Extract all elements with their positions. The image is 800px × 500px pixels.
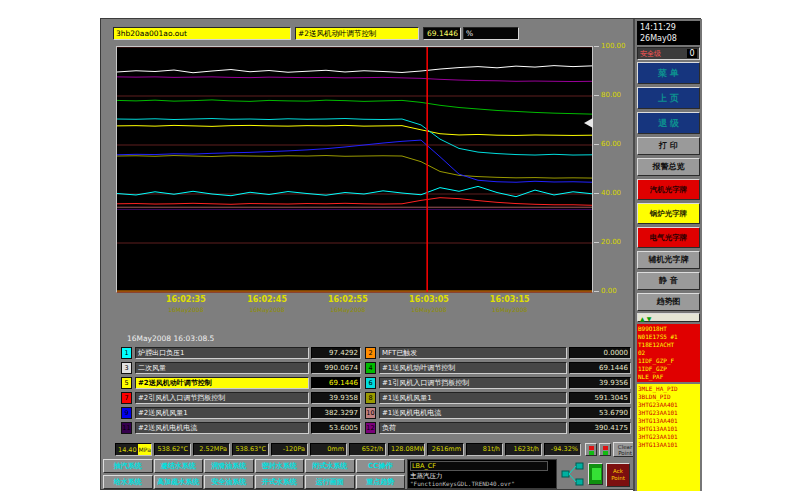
- scroll-down-icon[interactable]: ▼: [647, 315, 654, 322]
- alarm-tag[interactable]: 3HTG23AA101: [638, 409, 699, 417]
- legend-row[interactable]: 2MFT已触发0.0000: [365, 347, 631, 359]
- legend-color-swatch: 6: [365, 377, 376, 389]
- point-tag-field[interactable]: 3hb20aa001ao.out: [113, 27, 291, 40]
- legend-signal-value: 69.1446: [569, 362, 631, 374]
- legend-row[interactable]: 7#2引风机入口调节挡板控制39.9358: [121, 392, 361, 404]
- legend-signal-value: 97.4292: [311, 347, 361, 359]
- sidebar-button-上页[interactable]: 上 页: [637, 87, 700, 109]
- status-value: 2.52MPa: [193, 443, 230, 456]
- status-value: 1623t/h: [505, 443, 542, 456]
- alarm-list-acknowledged[interactable]: 3MLE_HA_PID3BLDN_PID3HTG23AA4013HTG23AA1…: [637, 384, 700, 491]
- alarm-tag[interactable]: B99O18HT: [638, 325, 699, 333]
- nav-button-润滑油系统[interactable]: 润滑油系统: [204, 459, 254, 473]
- trend-line-5: [117, 125, 592, 135]
- sidebar-button-锅炉光字牌[interactable]: 锅炉光字牌: [637, 203, 700, 224]
- legend-row[interactable]: 3二次风量990.0674: [121, 362, 361, 374]
- legend-row[interactable]: 5#2送风机动叶调节控制69.1446: [121, 377, 361, 389]
- status-value: 538.62°C: [154, 443, 191, 456]
- legend-row[interactable]: 1炉膛出口负压197.4292: [121, 347, 361, 359]
- nav-button-凝结水系统[interactable]: 凝结水系统: [154, 459, 204, 473]
- legend-signal-value: 39.9356: [569, 377, 631, 389]
- sidebar-button-汽机光字牌[interactable]: 汽机光字牌: [637, 179, 700, 200]
- nav-button-密封水系统[interactable]: 密封水系统: [255, 459, 305, 473]
- point-description-field[interactable]: #2送风机动叶调节控制: [295, 27, 419, 40]
- x-axis-date-label: 16May2008: [409, 306, 449, 313]
- legend-row[interactable]: 10#1送风机电机电流53.6790: [365, 407, 631, 419]
- alarm-tag[interactable]: 3HTG13AA401: [638, 417, 699, 425]
- legend-row[interactable]: 11#2送风机电机电流53.6005: [121, 422, 361, 434]
- legend-signal-label: #1送风机风量1: [379, 392, 567, 404]
- nav-row-2: 给水系统高加疏水系统安全油系统开式水系统运行画面重点趋势: [103, 475, 405, 489]
- legend-signal-label: #2送风机风量1: [135, 407, 309, 419]
- legend-signal-label: #2送风机电机电流: [135, 422, 309, 434]
- nav-button-重点趋势[interactable]: 重点趋势: [356, 475, 406, 489]
- command-console: LBA_CF 主蒸汽压力 "FunctionKeysGDL.TREND40.ov…: [407, 459, 557, 489]
- nav-button-闭式水系统[interactable]: 闭式水系统: [305, 459, 355, 473]
- alarm-tag[interactable]: T18E12ACHT: [638, 341, 699, 349]
- alarm-tag[interactable]: 3HTG23AA101: [638, 433, 699, 441]
- nav-button-运行画面[interactable]: 运行画面: [305, 475, 355, 489]
- sidebar-buttons: 菜 单上 页退 级打 印报警总览汽机光字牌锅炉光字牌电气光字牌辅机光字牌静 音趋…: [637, 62, 700, 311]
- command-input[interactable]: LBA_CF: [410, 461, 548, 471]
- trend-plot-area[interactable]: [116, 46, 593, 293]
- signal-indicator-1[interactable]: [585, 443, 597, 456]
- status-value: -120Pa: [271, 443, 308, 456]
- sidebar-button-报警总览[interactable]: 报警总览: [637, 158, 700, 176]
- legend-row[interactable]: 9#2送风机风量1382.3297: [121, 407, 361, 419]
- alarm-tag[interactable]: 1IDF_GZP: [638, 365, 699, 373]
- sidebar-button-辅机光字牌[interactable]: 辅机光字牌: [637, 251, 700, 269]
- nav-button-安全油系统[interactable]: 安全油系统: [204, 475, 254, 489]
- trend-chart[interactable]: [117, 47, 592, 292]
- sidebar-button-趋势图[interactable]: 趋势图: [637, 293, 700, 311]
- legend-signal-label: #1引风机入口调节挡板控制: [379, 377, 567, 389]
- alarm-tag[interactable]: NLE_PAF: [638, 373, 699, 381]
- sidebar-button-静音[interactable]: 静 音: [637, 272, 700, 290]
- legend-row[interactable]: 4#1送风机动叶调节控制69.1446: [365, 362, 631, 374]
- screen-copy-button[interactable]: [588, 463, 603, 485]
- nav-button-高加疏水系统[interactable]: 高加疏水系统: [154, 475, 204, 489]
- legend-color-swatch: 2: [365, 347, 376, 359]
- status-value: 14.40MPa: [115, 443, 152, 456]
- trend-line-1: [117, 186, 592, 196]
- status-value: 81t/h: [466, 443, 503, 456]
- selected-value-marker[interactable]: [584, 118, 593, 128]
- alarm-tag[interactable]: 1IDF_GZP_F: [638, 357, 699, 365]
- nav-button-抽汽系统[interactable]: 抽汽系统: [103, 459, 153, 473]
- status-value-text: 14.40: [118, 446, 137, 454]
- alarm-tag[interactable]: 3HTG13AA101: [638, 425, 699, 433]
- nav-button-CC操作[interactable]: CC操作: [356, 459, 406, 473]
- ack-point-button[interactable]: Ack Point: [606, 463, 630, 487]
- trend-line-9: [117, 140, 592, 182]
- x-axis-tick: 16:03:0516May2008: [409, 295, 449, 313]
- network-icon[interactable]: [561, 461, 585, 487]
- alarm-tag[interactable]: 3HTG13AA101: [638, 441, 699, 449]
- sidebar-button-打印[interactable]: 打 印: [637, 137, 700, 155]
- sidebar-button-退级[interactable]: 退 级: [637, 112, 700, 134]
- alarm-tag[interactable]: 3MLE_HA_PID: [638, 385, 699, 393]
- legend-column-right: 2MFT已触发0.00004#1送风机动叶调节控制69.14466#1引风机入口…: [365, 347, 631, 437]
- alarm-scroll-strip[interactable]: ▲▼: [637, 313, 700, 322]
- legend-row[interactable]: 12负荷390.4175: [365, 422, 631, 434]
- alarm-list-unacknowledged[interactable]: B99O18HTN01E17S5 #1T18E12ACHT021IDF_GZP_…: [637, 324, 700, 382]
- trend-line-12: [117, 77, 592, 82]
- legend-row[interactable]: 6#1引风机入口调节挡板控制39.9356: [365, 377, 631, 389]
- signal-indicator-2[interactable]: [599, 443, 611, 456]
- scroll-up-icon[interactable]: ▲: [640, 315, 647, 322]
- legend-signal-label: #1送风机动叶调节控制: [379, 362, 567, 374]
- nav-button-开式水系统[interactable]: 开式水系统: [255, 475, 305, 489]
- alarm-tag[interactable]: 3HTG23AA401: [638, 401, 699, 409]
- alarm-tag[interactable]: N01E17S5 #1: [638, 333, 699, 341]
- legend-signal-label: #1送风机电机电流: [379, 407, 567, 419]
- sidebar-button-菜单[interactable]: 菜 单: [637, 62, 700, 84]
- legend-signal-label: MFT已触发: [379, 347, 567, 359]
- alarm-tag[interactable]: 3BLDN_PID: [638, 393, 699, 401]
- trend-line-7: [117, 198, 592, 206]
- legend-color-swatch: 1: [121, 347, 132, 359]
- alarm-tag[interactable]: 02: [638, 349, 699, 357]
- legend-signal-value: 390.4175: [569, 422, 631, 434]
- legend-row[interactable]: 8#1送风机风量1591.3045: [365, 392, 631, 404]
- legend-color-swatch: 4: [365, 362, 376, 374]
- security-label: 安全级: [640, 49, 687, 59]
- nav-button-给水系统[interactable]: 给水系统: [103, 475, 153, 489]
- sidebar-button-电气光字牌[interactable]: 电气光字牌: [637, 227, 700, 248]
